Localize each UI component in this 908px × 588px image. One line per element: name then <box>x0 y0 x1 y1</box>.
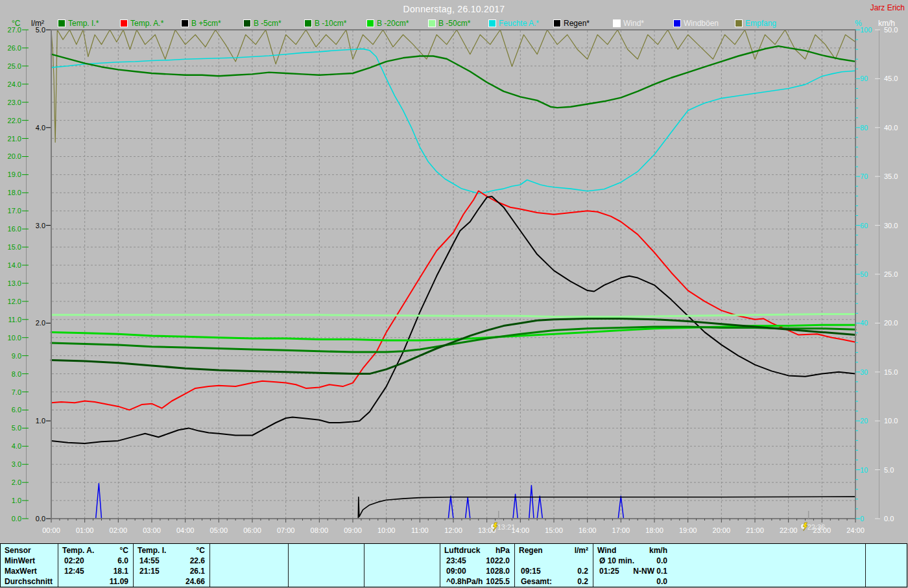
axis-tick-label: 08:00 <box>311 526 329 534</box>
axis-tick-label: 02:00 <box>110 526 128 534</box>
summary-table: SensorMinWertMaxWertDurchschnittTemp. A.… <box>0 543 907 587</box>
axis-tick-label: 90 <box>860 75 868 82</box>
axis-tick-label: 100 <box>860 26 872 34</box>
table-sensor-unit: °C <box>58 545 128 556</box>
axis-tick-label: 24.0 <box>8 80 21 88</box>
axis-tick-label: 25.0 <box>884 270 898 278</box>
axis-tick-label: 19.0 <box>8 171 21 178</box>
axis-tick-label: 07:00 <box>277 526 295 534</box>
axis-tick-label: 11.0 <box>8 316 21 323</box>
axis-tick-label: 70 <box>860 172 868 180</box>
axis-tick-label: 0.0 <box>12 515 21 523</box>
axis-tick-label: 10.0 <box>8 334 21 342</box>
table-measurement-value: N-NW 0.1 <box>593 566 667 576</box>
table-row-header: Durchschnitt <box>5 576 53 587</box>
axis-tick-label: 30.0 <box>884 222 898 229</box>
axis-tick-label: 25.0 <box>8 62 21 70</box>
axis-tick-label: 3.0 <box>12 460 21 468</box>
axis-tick-label: 20.0 <box>884 319 898 327</box>
axis-tick-label: 6.0 <box>12 406 21 414</box>
table-measurement-value: 1028.0 <box>440 566 510 576</box>
axis-tick-label: 8.0 <box>12 370 21 378</box>
table-measurement-value: 26.1 <box>133 566 205 576</box>
axis-tick-label: 12:00 <box>444 526 462 534</box>
axis-tick-label: 26.0 <box>8 44 21 52</box>
event-marker: 13:21 <box>490 511 515 531</box>
axis-tick-label: 21:00 <box>746 526 764 534</box>
axis-tick-label: 17.0 <box>8 207 21 215</box>
axis-tick-label: 0.0 <box>884 515 894 523</box>
axis-tick-label: 80 <box>860 124 868 132</box>
table-column-separator <box>865 544 866 587</box>
axis-tick-label: 16:00 <box>579 526 597 534</box>
axis-tick-label: 14.0 <box>8 261 21 269</box>
table-row-header: MaxWert <box>5 566 37 576</box>
axis-tick-label: 0 <box>860 515 864 523</box>
axis-tick-label: 20 <box>860 417 868 425</box>
event-marker-tick <box>498 511 499 519</box>
plot-border <box>51 30 855 519</box>
table-measurement-value: 18.1 <box>58 566 128 576</box>
axis-tick-label: 18.0 <box>8 189 21 196</box>
event-marker-tick <box>808 511 809 519</box>
axis-tick-label: 15.0 <box>8 243 21 251</box>
axis-tick-label: 12.0 <box>8 298 21 305</box>
axis-tick-label: 5.0 <box>12 424 21 432</box>
axis-tick-label: 5.0 <box>36 26 45 34</box>
axis-tick-label: 17:00 <box>612 526 630 534</box>
axis-tick-label: 60 <box>860 222 868 229</box>
table-measurement-value: 1025.5 <box>440 576 510 587</box>
axis-tick-label: 4.0 <box>36 124 45 132</box>
axis-tick-label: 50.0 <box>884 26 898 34</box>
table-measurement-value: 22.6 <box>133 556 205 566</box>
table-row-header: Sensor <box>5 545 31 556</box>
axis-tick-label: 19:00 <box>679 526 697 534</box>
axis-tick-label: 0.0 <box>36 515 45 523</box>
weather-chart-window: Donnerstag, 26.10.2017 Jarz Erich °C l/m… <box>0 0 908 588</box>
axis-tick-label: 04:00 <box>176 526 195 534</box>
table-measurement-value: 6.0 <box>58 556 128 566</box>
axis-tick-label: 11:00 <box>411 526 429 534</box>
axis-tick-label: 1.0 <box>12 497 21 504</box>
axis-tick-label: 5.0 <box>884 466 894 474</box>
axis-tick-label: 24:00 <box>846 526 865 534</box>
table-measurement-value: 0.0 <box>593 576 667 587</box>
axis-tick-label: 10.0 <box>884 417 898 425</box>
axis-tick-label: 30 <box>860 368 868 376</box>
event-marker-time: 13:21 <box>497 523 516 531</box>
axis-tick-label: 20:00 <box>713 526 731 534</box>
axis-tick-label: 10:00 <box>377 526 396 534</box>
axis-tick-label: 45.0 <box>884 75 898 82</box>
axis-tick-label: 22.0 <box>8 117 21 124</box>
axis-tick-label: 21.0 <box>8 135 21 143</box>
axis-tick-label: 4.0 <box>12 442 21 450</box>
axis-tick-label: 06:00 <box>243 526 261 534</box>
axis-tick-label: 40.0 <box>884 124 898 132</box>
axis-tick-label: 50 <box>860 270 868 278</box>
table-measurement-value: 1022.0 <box>440 556 510 566</box>
table-sensor-unit: l/m² <box>514 545 588 556</box>
axis-tick-label: 7.0 <box>12 388 21 396</box>
table-column-separator <box>288 544 289 587</box>
table-sensor-unit: °C <box>133 545 205 556</box>
axis-tick-label: 27.0 <box>8 26 21 34</box>
table-measurement-value: 0.2 <box>514 576 588 587</box>
chart-canvas: 0.01.02.03.04.05.06.07.08.09.010.011.012… <box>0 0 908 543</box>
event-marker-time: 22:36 <box>807 523 826 531</box>
axis-tick-label: 3.0 <box>36 222 45 229</box>
axis-tick-label: 35.0 <box>884 172 898 180</box>
axis-tick-label: 16.0 <box>8 225 21 233</box>
axis-tick-label: 05:00 <box>210 526 228 534</box>
axis-tick-label: 01:00 <box>76 526 94 534</box>
table-row-header: MinWert <box>5 556 35 566</box>
axis-tick-label: 1.0 <box>36 417 45 425</box>
axis-tick-label: 00:00 <box>42 526 60 534</box>
table-measurement-value: 11.09 <box>58 576 128 587</box>
axis-tick-label: 10 <box>860 466 868 474</box>
table-column-separator <box>209 544 210 587</box>
event-marker: 22:36 <box>800 511 825 531</box>
table-measurement-value: 24.66 <box>133 576 205 587</box>
axis-tick-label: 15.0 <box>884 368 898 376</box>
table-sensor-unit: km/h <box>593 545 667 556</box>
axis-tick-label: 40 <box>860 319 868 327</box>
